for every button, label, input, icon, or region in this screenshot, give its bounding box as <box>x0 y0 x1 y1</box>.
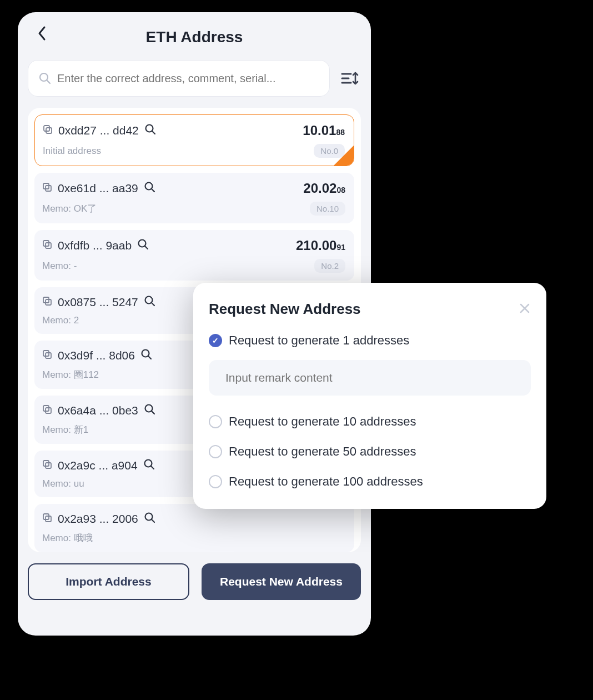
address-text: 0x2a9c ... a904 <box>58 459 138 472</box>
sort-button[interactable] <box>340 68 361 89</box>
magnify-icon[interactable] <box>140 348 153 363</box>
address-text: 0x2a93 ... 2006 <box>58 512 138 526</box>
remark-input[interactable] <box>209 360 531 396</box>
memo-text: Memo: uu <box>42 478 84 489</box>
copy-icon[interactable] <box>42 513 52 525</box>
modal-header: Request New Address <box>209 301 531 318</box>
sort-icon <box>341 71 360 86</box>
address-row-main: 0xe61d ... aa39 20.0208 <box>42 181 345 196</box>
address-card[interactable]: 0xfdfb ... 9aab 210.0091 Memo: - No.2 <box>34 230 354 281</box>
request-new-address-button[interactable]: Request New Address <box>202 563 361 600</box>
balance-value: 210.0091 <box>296 238 345 253</box>
magnify-icon[interactable] <box>144 295 156 309</box>
radio-icon <box>209 415 222 428</box>
memo-text: Initial address <box>43 146 101 157</box>
import-address-button[interactable]: Import Address <box>28 563 189 600</box>
svg-line-28 <box>152 411 154 414</box>
address-card[interactable]: 0xe61d ... aa39 20.0208 Memo: OK了 No.10 <box>34 173 354 223</box>
balance-value: 20.0208 <box>303 181 345 196</box>
svg-line-20 <box>152 303 154 306</box>
svg-line-32 <box>151 466 154 469</box>
memo-text: Memo: - <box>42 261 77 272</box>
address-card[interactable]: 0x2a93 ... 2006 Memo: 哦哦 <box>34 504 354 552</box>
close-icon <box>519 302 531 314</box>
option-label: Request to generate 1 addresses <box>229 333 409 348</box>
radio-checked-icon <box>209 334 222 347</box>
search-icon <box>38 72 52 85</box>
number-badge: No.2 <box>314 259 345 273</box>
request-option[interactable]: Request to generate 1 addresses <box>209 333 531 348</box>
memo-text: Memo: 新1 <box>42 423 88 436</box>
address-text: 0x6a4a ... 0be3 <box>58 404 138 417</box>
request-option[interactable]: Request to generate 100 addresses <box>209 474 531 489</box>
address-row-main: 0xdd27 ... dd42 10.0188 <box>43 123 345 138</box>
address-text: 0xfdfb ... 9aab <box>58 239 132 252</box>
search-box[interactable] <box>28 60 330 97</box>
memo-text: Memo: 2 <box>42 315 79 326</box>
address-row-meta: Memo: OK了 No.10 <box>42 202 345 216</box>
magnify-icon[interactable] <box>143 458 155 473</box>
address-row-main: 0x2a93 ... 2006 <box>42 512 345 526</box>
address-text: 0x3d9f ... 8d06 <box>58 349 135 362</box>
number-badge: No.10 <box>310 202 345 216</box>
address-row-meta: Memo: 哦哦 <box>42 532 345 544</box>
request-new-address-modal: Request New Address Request to generate … <box>193 283 546 509</box>
magnify-icon[interactable] <box>144 123 157 138</box>
svg-line-36 <box>152 519 154 522</box>
modal-title: Request New Address <box>209 301 361 318</box>
search-input[interactable] <box>57 72 319 85</box>
chevron-left-icon <box>37 26 47 41</box>
address-row-main: 0xfdfb ... 9aab 210.0091 <box>42 238 345 253</box>
balance-value: 10.0188 <box>303 123 345 138</box>
radio-icon <box>209 475 222 488</box>
copy-icon[interactable] <box>42 239 52 252</box>
svg-line-8 <box>152 131 155 134</box>
page-title: ETH Address <box>146 28 243 46</box>
memo-text: Memo: 哦哦 <box>42 532 93 544</box>
option-label: Request to generate 50 addresses <box>229 444 416 459</box>
svg-line-1 <box>47 80 50 83</box>
magnify-icon[interactable] <box>137 238 149 253</box>
address-card[interactable]: 0xdd27 ... dd42 10.0188 Initial address … <box>34 114 354 166</box>
copy-icon[interactable] <box>43 124 53 137</box>
svg-line-24 <box>148 356 151 359</box>
bottom-bar: Import Address Request New Address <box>28 563 361 600</box>
svg-line-16 <box>145 246 148 249</box>
copy-icon[interactable] <box>42 296 52 308</box>
svg-line-12 <box>152 189 154 192</box>
option-label: Request to generate 10 addresses <box>229 414 416 429</box>
address-text: 0xe61d ... aa39 <box>58 182 138 195</box>
magnify-icon[interactable] <box>144 403 156 418</box>
address-text: 0xdd27 ... dd42 <box>58 124 139 137</box>
copy-icon[interactable] <box>42 404 52 417</box>
address-row-meta: Initial address No.0 <box>43 144 345 158</box>
search-row <box>28 60 361 97</box>
address-text: 0x0875 ... 5247 <box>58 296 138 309</box>
request-option[interactable]: Request to generate 10 addresses <box>209 414 531 429</box>
copy-icon[interactable] <box>42 349 52 362</box>
copy-icon[interactable] <box>42 182 52 194</box>
magnify-icon[interactable] <box>144 181 156 196</box>
header: ETH Address <box>28 12 361 56</box>
back-button[interactable] <box>34 26 50 41</box>
option-label: Request to generate 100 addresses <box>229 474 423 489</box>
number-badge: No.0 <box>314 144 345 158</box>
memo-text: Memo: OK了 <box>42 202 97 215</box>
memo-text: Memo: 圈112 <box>42 368 99 381</box>
address-row-meta: Memo: - No.2 <box>42 259 345 273</box>
radio-icon <box>209 445 222 458</box>
modal-close-button[interactable] <box>519 302 531 317</box>
magnify-icon[interactable] <box>144 512 156 526</box>
copy-icon[interactable] <box>42 459 52 472</box>
request-option[interactable]: Request to generate 50 addresses <box>209 444 531 459</box>
